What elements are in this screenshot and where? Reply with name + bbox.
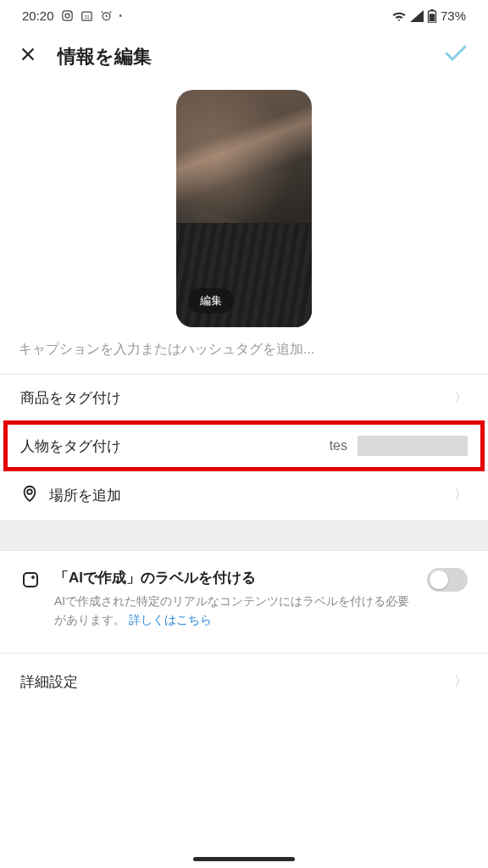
media-preview-wrap: 編集 [0, 85, 488, 341]
tag-product-row[interactable]: 商品をタグ付け 〉 [0, 375, 488, 421]
chevron-right-icon: 〉 [454, 673, 468, 691]
svg-rect-8 [430, 14, 435, 21]
ai-label-title: 「AIで作成」のラベルを付ける [54, 568, 413, 587]
svg-point-1 [65, 14, 69, 18]
tag-person-label: 人物をタグ付け [20, 437, 121, 456]
svg-rect-0 [62, 11, 71, 20]
calendar-icon: 31 [80, 9, 93, 22]
sparkle-icon [20, 570, 41, 593]
battery-icon [427, 9, 437, 23]
svg-point-9 [27, 489, 32, 494]
status-bar: 20:20 31 • 73% [0, 0, 488, 28]
ai-label-desc: AIで作成された特定のリアルなコンテンツにはラベルを付ける必要があります。 詳し… [54, 593, 413, 629]
caption-input[interactable]: キャプションを入力またはハッシュタグを追加... [0, 341, 488, 374]
chevron-right-icon: 〉 [454, 389, 468, 407]
edit-media-button[interactable]: 編集 [188, 288, 234, 314]
home-indicator[interactable] [193, 857, 295, 861]
svg-rect-7 [430, 9, 434, 11]
confirm-icon[interactable] [442, 43, 469, 70]
tag-person-value: tes [330, 436, 468, 456]
wifi-icon [391, 10, 407, 22]
header: 情報を編集 [0, 28, 488, 85]
instagram-icon [61, 9, 74, 22]
advanced-settings-label: 詳細設定 [20, 672, 78, 692]
media-preview[interactable]: 編集 [176, 90, 312, 327]
redaction-mask [358, 436, 468, 456]
status-left: 20:20 31 • [22, 8, 122, 23]
svg-rect-10 [24, 573, 37, 587]
status-dot: • [119, 11, 123, 20]
chevron-right-icon: 〉 [454, 487, 468, 504]
alarm-icon [100, 9, 113, 22]
ai-label-row: 「AIで作成」のラベルを付ける AIで作成された特定のリアルなコンテンツにはラベ… [0, 551, 488, 637]
ai-label-toggle[interactable] [427, 568, 468, 592]
location-pin-icon [20, 484, 39, 507]
add-location-label: 場所を追加 [49, 486, 121, 505]
ai-learn-more-link[interactable]: 詳しくはこちら [129, 613, 212, 626]
battery-label: 73% [441, 8, 466, 23]
svg-point-2 [69, 12, 70, 13]
add-location-row[interactable]: 場所を追加 〉 [0, 470, 488, 520]
status-right: 73% [391, 8, 466, 23]
signal-icon [410, 10, 424, 22]
close-icon[interactable] [19, 45, 37, 69]
advanced-settings-row[interactable]: 詳細設定 〉 [0, 654, 488, 710]
section-gap [0, 520, 488, 551]
status-time: 20:20 [22, 8, 54, 23]
tag-product-label: 商品をタグ付け [20, 388, 121, 408]
svg-text:31: 31 [84, 14, 89, 19]
page-title: 情報を編集 [58, 44, 152, 70]
tag-person-row[interactable]: 人物をタグ付け tes [0, 422, 488, 470]
